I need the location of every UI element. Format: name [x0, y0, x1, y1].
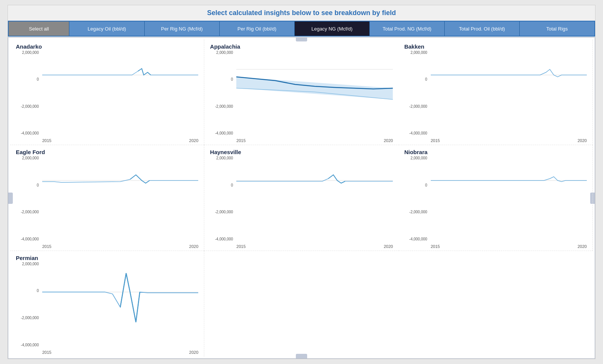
chart-haynesville-x-axis: 2015 2020 — [236, 243, 393, 249]
chart-eagle-ford-x-axis: 2015 2020 — [42, 243, 198, 249]
tab-legacy-oil[interactable]: Legacy Oil (bbl/d) — [69, 21, 144, 36]
tab-bar: Select all Legacy Oil (bbl/d) Per Rig NG… — [8, 21, 595, 37]
chart-niobrara-svg — [431, 156, 587, 243]
chart-appalachia-title: Appalachia — [210, 43, 393, 50]
tab-legacy-ng[interactable]: Legacy NG (Mcf/d) — [295, 21, 370, 36]
tab-select-all[interactable]: Select all — [9, 21, 69, 36]
chart-permian: Permian 2,000,000 0 -2,000,000 -4,000,00… — [10, 251, 204, 356]
svg-marker-2 — [236, 77, 393, 99]
chart-permian-svg — [42, 262, 198, 349]
chart-bakken-svg — [431, 50, 587, 138]
chart-anadarko-y-axis: 2,000,000 0 -2,000,000 -4,000,000 — [16, 50, 40, 135]
chart-haynesville-svg — [236, 156, 393, 243]
chart-appalachia-svg — [236, 50, 393, 138]
chart-bakken-area: 2,000,000 0 -2,000,000 -4,000,000 2015 2… — [404, 50, 587, 143]
chart-haynesville-y-axis: 2,000,000 0 -2,000,000 -4,000,000 — [210, 156, 234, 241]
chart-anadarko-x-axis: 2015 2020 — [42, 138, 198, 143]
chart-bakken-y-axis: 2,000,000 0 -2,000,000 -4,000,000 — [404, 50, 429, 135]
chart-haynesville: Haynesville 2,000,000 0 -2,000,000 -4,00… — [204, 145, 398, 251]
chart-empty-1 — [204, 251, 398, 356]
tab-total-prod-oil[interactable]: Total Prod. Oil (bbl/d) — [445, 21, 520, 36]
tab-per-rig-oil[interactable]: Per Rig Oil (bbl/d) — [220, 21, 295, 36]
page-title: Select calculated insights below to see … — [207, 9, 396, 17]
chart-haynesville-title: Haynesville — [210, 149, 393, 155]
chart-appalachia-y-axis: 2,000,000 0 -2,000,000 -4,000,000 — [210, 50, 234, 135]
chart-permian-area: 2,000,000 0 -2,000,000 -4,000,000 2015 2… — [16, 262, 198, 355]
tab-per-rig-ng[interactable]: Per Rig NG (Mcf/d) — [145, 21, 220, 36]
chart-eagle-ford-y-axis: 2,000,000 0 -2,000,000 -4,000,000 — [16, 156, 40, 241]
chart-eagle-ford: Eagle Ford 2,000,000 0 -2,000,000 -4,000… — [10, 145, 204, 251]
chart-empty-2 — [399, 251, 593, 356]
chart-bakken-title: Bakken — [404, 43, 587, 50]
chart-niobrara-title: Niobrara — [404, 149, 587, 155]
chart-niobrara-x-axis: 2015 2020 — [431, 243, 587, 249]
chart-bakken: Bakken 2,000,000 0 -2,000,000 -4,000,000… — [399, 40, 593, 145]
chart-anadarko: Anadarko 2,000,000 0 -2,000,000 -4,000,0… — [10, 40, 204, 145]
chart-niobrara-area: 2,000,000 0 -2,000,000 -4,000,000 2015 2… — [404, 156, 587, 248]
chart-permian-title: Permian — [16, 255, 198, 261]
tab-total-rigs[interactable]: Total Rigs — [520, 21, 594, 36]
charts-panel: Anadarko 2,000,000 0 -2,000,000 -4,000,0… — [8, 37, 595, 359]
tab-total-prod-ng[interactable]: Total Prod. NG (Mcf/d) — [370, 21, 445, 36]
chart-eagle-ford-title: Eagle Ford — [16, 149, 198, 155]
chart-appalachia-area: 2,000,000 0 -2,000,000 -4,000,000 — [210, 50, 393, 143]
chart-bakken-x-axis: 2015 2020 — [431, 138, 587, 143]
chart-permian-y-axis: 2,000,000 0 -2,000,000 -4,000,000 — [16, 262, 40, 347]
chart-anadarko-title: Anadarko — [16, 43, 198, 50]
chart-niobrara-y-axis: 2,000,000 0 -2,000,000 -4,000,000 — [404, 156, 429, 241]
chart-haynesville-area: 2,000,000 0 -2,000,000 -4,000,000 2015 2… — [210, 156, 393, 248]
chart-eagle-ford-area: 2,000,000 0 -2,000,000 -4,000,000 2015 2… — [16, 156, 198, 248]
chart-appalachia: Appalachia 2,000,000 0 -2,000,000 -4,000… — [204, 40, 398, 145]
chart-anadarko-area: 2,000,000 0 -2,000,000 -4,000,000 — [16, 50, 198, 143]
chart-appalachia-x-axis: 2015 2020 — [236, 138, 393, 143]
chart-niobrara: Niobrara 2,000,000 0 -2,000,000 -4,000,0… — [399, 145, 593, 251]
chart-eagle-ford-svg — [42, 156, 198, 243]
chart-permian-x-axis: 2015 2020 — [42, 349, 198, 355]
chart-anadarko-svg — [42, 50, 198, 138]
main-container: Select calculated insights below to see … — [8, 5, 595, 359]
